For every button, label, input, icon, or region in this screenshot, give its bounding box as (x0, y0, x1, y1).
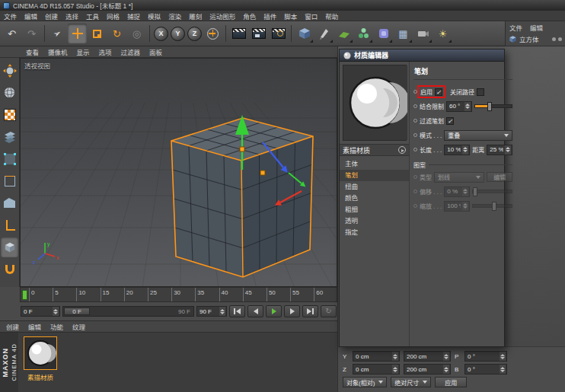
add-camera-button[interactable] (413, 24, 433, 43)
spline-pen-button[interactable] (314, 24, 334, 43)
param-dot-icon[interactable] (413, 190, 417, 193)
stepper-icon[interactable] (53, 307, 59, 316)
menu-plugins[interactable]: 插件 (260, 11, 280, 21)
coordinate-mode-dropdown[interactable]: 对象(相对) (343, 377, 387, 387)
loop-playback-button[interactable]: ↻ (321, 305, 337, 317)
model-mode-button[interactable] (1, 82, 18, 103)
param-dot-icon[interactable] (413, 90, 417, 94)
material-editor-material-name[interactable]: 素描材质 (343, 145, 396, 155)
position-y-field[interactable]: 0 cm (353, 351, 400, 362)
material-menu-function[interactable]: 功能 (50, 322, 63, 331)
last-used-tool-button[interactable]: ◎ (127, 24, 146, 43)
menu-sculpt[interactable]: 雕刻 (185, 11, 206, 21)
scale-slider[interactable] (472, 204, 512, 208)
lock-x-axis-button[interactable]: X (154, 27, 168, 41)
scale-field[interactable]: 100 % (444, 201, 470, 212)
enable-checkbox[interactable]: ✓ (435, 88, 442, 96)
material-menu-edit[interactable]: 编辑 (28, 322, 41, 331)
channel-item-assign[interactable]: 指定 (340, 227, 409, 238)
array-button[interactable]: ▦ (394, 24, 413, 43)
menu-mesh[interactable]: 网格 (103, 11, 123, 21)
material-name-label[interactable]: 素描材质 (18, 372, 62, 381)
viewport-3d[interactable]: 透视视图 yxz (20, 58, 337, 287)
snap-button[interactable] (1, 259, 18, 279)
offset-field[interactable]: 0 % (444, 186, 470, 197)
live-selection-tool-button[interactable]: ➢ (48, 24, 67, 43)
material-editor-titlebar[interactable]: 材质编辑器 (340, 49, 504, 62)
object-list-item-cube[interactable]: 立方体 (506, 33, 565, 44)
goto-end-button[interactable] (302, 305, 318, 317)
channel-item-main[interactable]: 主体 (340, 158, 409, 170)
undo-button[interactable]: ↶ (2, 24, 21, 43)
object-manager-menu-edit[interactable]: 编辑 (530, 23, 543, 32)
load-material-icon[interactable] (398, 146, 406, 154)
size-y-field[interactable]: 200 cm (404, 351, 451, 362)
viewport-menu-filter[interactable]: 过滤器 (117, 47, 145, 56)
enable-axis-button[interactable] (1, 215, 18, 235)
menu-help[interactable]: 帮助 (321, 11, 342, 21)
param-dot-icon[interactable] (413, 204, 417, 208)
edges-mode-button[interactable] (1, 171, 18, 191)
scale-tool-button[interactable] (88, 24, 107, 43)
visibility-dot-icon[interactable] (558, 37, 562, 41)
viewport-menu-view[interactable]: 查看 (21, 47, 43, 56)
deformer-button[interactable] (374, 24, 393, 43)
distance-field[interactable]: 25 % (487, 145, 512, 155)
stepper-icon[interactable] (443, 352, 449, 361)
channel-item-strokes[interactable]: 笔划 (340, 170, 409, 181)
menu-script[interactable]: 脚本 (280, 11, 301, 21)
texture-mode-button[interactable] (1, 104, 18, 125)
material-menu-texture[interactable]: 纹理 (72, 322, 85, 331)
offset-slider[interactable] (472, 190, 512, 193)
stepper-icon[interactable] (464, 102, 471, 111)
polygons-mode-button[interactable] (1, 193, 18, 213)
menu-simulate[interactable]: 模拟 (144, 11, 164, 21)
render-picture-viewer-button[interactable] (249, 24, 268, 43)
apply-button[interactable]: 应用 (435, 377, 467, 387)
add-cube-primitive-button[interactable] (295, 24, 314, 43)
add-floor-button[interactable] (334, 24, 353, 43)
lock-y-axis-button[interactable]: Y (171, 27, 185, 41)
render-settings-button[interactable] (269, 24, 288, 43)
filter-strokes-checkbox[interactable]: ✓ (446, 117, 454, 125)
stepper-icon[interactable] (505, 145, 511, 155)
join-limit-field[interactable]: 60 ° (446, 101, 472, 112)
points-mode-button[interactable] (1, 148, 18, 169)
param-dot-icon[interactable] (413, 104, 417, 108)
menu-select[interactable]: 选择 (62, 11, 82, 21)
viewport-menu-display[interactable]: 显示 (72, 47, 94, 56)
size-mode-dropdown[interactable]: 绝对尺寸 (391, 377, 431, 387)
visibility-dot-icon[interactable] (552, 37, 556, 41)
length-field[interactable]: 10 % (444, 145, 470, 155)
stepper-icon[interactable] (392, 352, 398, 361)
position-z-field[interactable]: 0 cm (353, 364, 400, 374)
menu-file[interactable]: 文件 (0, 11, 21, 21)
end-frame-field[interactable]: 90 F (196, 306, 227, 317)
channel-item-distort[interactable]: 扭曲 (340, 181, 409, 193)
render-view-button[interactable] (229, 24, 248, 43)
menu-snap[interactable]: 捕捉 (123, 11, 144, 21)
playhead-marker[interactable] (22, 290, 27, 300)
stepper-icon[interactable] (462, 145, 468, 155)
mograph-button[interactable] (354, 24, 373, 43)
viewport-menu-camera[interactable]: 摄像机 (43, 47, 72, 56)
stepper-icon[interactable] (392, 365, 398, 374)
viewport-canvas[interactable]: yxz (21, 59, 337, 287)
previous-frame-button[interactable] (247, 305, 263, 317)
param-dot-icon[interactable] (413, 133, 417, 137)
add-light-button[interactable]: ☀ (433, 24, 452, 43)
edit-pattern-button[interactable]: 编辑 (487, 172, 512, 182)
viewport-solo-button[interactable] (1, 237, 18, 257)
coordinate-system-button[interactable] (203, 24, 222, 43)
redo-button[interactable]: ↷ (22, 24, 41, 43)
menu-create[interactable]: 创建 (41, 11, 62, 21)
viewport-menu-panel[interactable]: 面板 (145, 47, 167, 56)
move-tool-button[interactable] (68, 24, 87, 43)
range-start-handle[interactable]: 0 F (64, 308, 90, 315)
object-manager-menu-file[interactable]: 文件 (509, 23, 522, 32)
menu-window[interactable]: 窗口 (301, 11, 321, 21)
rotation-b-field[interactable]: 0 ° (464, 364, 507, 374)
channel-item-color[interactable]: 颜色 (340, 193, 409, 204)
stepper-icon[interactable] (500, 365, 506, 374)
stepper-icon[interactable] (219, 307, 225, 316)
